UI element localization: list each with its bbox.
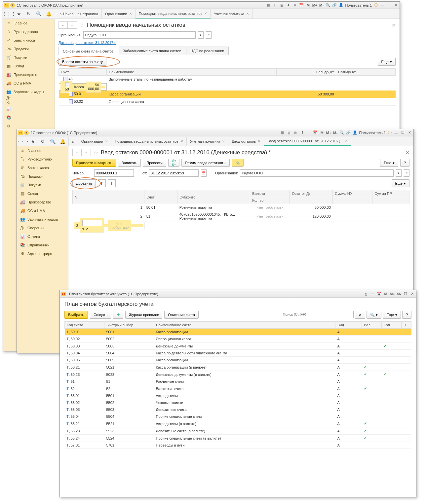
bell-icon[interactable]: 🔔: [45, 10, 53, 18]
sidebar-item-salary[interactable]: 👥Зарплата и кадры: [3, 88, 54, 96]
zoom-icon[interactable]: 🔍: [339, 130, 344, 135]
apps-icon[interactable]: ⋮⋮⋮: [19, 137, 27, 145]
table-row[interactable]: T 55.215521Аккредитивы (в валюте)А✓: [65, 420, 411, 427]
tab-assistant[interactable]: Помощник ввода начальных остатков✕: [136, 9, 211, 18]
subtab-main[interactable]: Основные счета плана счетов: [58, 47, 118, 55]
save-icon[interactable]: ⬇: [286, 3, 291, 8]
sidebar-item[interactable]: ⚙Администриро: [17, 249, 68, 258]
close-page-icon[interactable]: ✕: [392, 22, 396, 28]
table-row[interactable]: 46Выполненные этапы по незавершенным раб…: [59, 76, 396, 83]
table-row[interactable]: T 55.235523Депозитные счета (в валюте)А✓: [65, 427, 411, 435]
add-button[interactable]: Добавить: [72, 179, 96, 187]
tab-entry[interactable]: Ввод остатков✕: [228, 137, 264, 146]
history-icon[interactable]: ↻: [39, 137, 47, 145]
zoom-icon[interactable]: 🔍: [325, 3, 330, 8]
sidebar-item[interactable]: ДтОперации: [17, 224, 68, 232]
close-icon[interactable]: ✕: [407, 130, 412, 135]
sidebar-item[interactable]: 📊Отчеты: [17, 232, 68, 241]
link-icon[interactable]: 🔗: [346, 130, 351, 135]
search-icon[interactable]: 🔍: [49, 137, 57, 145]
table-row[interactable]: 50.02Операционная касса: [59, 98, 396, 106]
table-row[interactable]: T 55.245524Прочие специальные счета (в в…: [65, 435, 411, 442]
tab-org[interactable]: Организации✕: [102, 9, 136, 18]
sidebar-item-refs[interactable]: 📚: [3, 113, 54, 122]
dropdown-icon[interactable]: ▾: [396, 169, 402, 177]
tab-policy[interactable]: Учетная политика✕: [187, 137, 228, 146]
close-icon[interactable]: ✕: [409, 291, 415, 297]
link-icon[interactable]: 🔗: [332, 3, 337, 8]
journal-button[interactable]: Журнал проводок: [125, 311, 162, 319]
more-button[interactable]: Еще ▾: [383, 311, 401, 319]
mem-m-icon[interactable]: M: [319, 130, 325, 135]
col-dt[interactable]: Сальдо Дт: [277, 69, 336, 76]
mem-m-icon[interactable]: M: [305, 3, 311, 8]
forward-button[interactable]: →: [68, 21, 77, 29]
open-icon[interactable]: ↗: [404, 169, 409, 177]
sidebar-item-purchases[interactable]: 🛒Покупки: [3, 53, 54, 62]
table-row[interactable]: T 57.015701Переводы в путиА: [65, 442, 411, 449]
sidebar-item[interactable]: 🛒Покупки: [17, 181, 68, 189]
sidebar-item-main[interactable]: ≡Главное: [3, 19, 54, 27]
mem-m-icon[interactable]: M: [383, 291, 388, 297]
close-tab-icon[interactable]: ✕: [345, 139, 348, 143]
help-button[interactable]: ?: [400, 159, 409, 167]
mem-mplus-icon[interactable]: М+: [312, 3, 317, 8]
create-button[interactable]: Создать: [90, 311, 111, 319]
org-select[interactable]: Радуга ООО: [83, 31, 196, 39]
table-row[interactable]: 3 ▾ ↗<не требуется>: [73, 222, 144, 229]
grid-icon[interactable]: ▦: [266, 3, 271, 8]
table-row[interactable]: 50.01Касса организации50 000,00: [59, 90, 396, 98]
calendar-icon[interactable]: 📅: [299, 3, 304, 8]
move-up-button[interactable]: ⬆: [98, 179, 106, 187]
mem-mminus-icon[interactable]: М-: [319, 3, 324, 8]
print-icon[interactable]: ⎙: [363, 291, 369, 297]
col-account[interactable]: Счет: [59, 69, 107, 76]
table-row[interactable]: T 50.215021Касса организации (в валюте)А…: [65, 364, 411, 371]
date-link[interactable]: Дата ввода остатков: 31.12.2017 г.: [58, 41, 116, 45]
user-icon[interactable]: 👤: [338, 3, 344, 8]
col-currency[interactable]: Валюта: [250, 190, 290, 197]
sidebar-item-os[interactable]: 🚚ОС и НМА: [3, 79, 54, 88]
post-close-button[interactable]: Провести и закрыть: [72, 159, 116, 167]
select-button[interactable]: Выбрать: [64, 311, 88, 319]
calc-icon[interactable]: ⌗: [306, 130, 311, 135]
calc-icon[interactable]: ⌗: [292, 3, 297, 8]
dropdown-icon[interactable]: ▾: [198, 31, 204, 39]
col-quick[interactable]: Быстрый выбор: [104, 322, 154, 329]
minimize-icon[interactable]: —: [394, 130, 399, 135]
tab-org[interactable]: Организации✕: [78, 137, 112, 146]
dtkt-button[interactable]: ДтКт: [168, 159, 180, 167]
org-select[interactable]: Радуга ООО: [240, 169, 394, 177]
table-row[interactable]: T 5252Валютные счетаА✓: [65, 385, 411, 392]
sidebar-item-bank[interactable]: ₽Банк и касса: [3, 36, 54, 45]
more-button[interactable]: Еще ▾: [392, 179, 409, 187]
col-name[interactable]: Наименование: [107, 69, 277, 76]
info-icon[interactable]: ⓘ: [373, 3, 378, 8]
sidebar-item[interactable]: 👥Зарплата и кадры: [17, 215, 68, 224]
desc-button[interactable]: Описание счета: [164, 311, 199, 319]
col-subconto[interactable]: Субконто: [177, 190, 250, 204]
col-name[interactable]: Наименование счета: [154, 322, 335, 329]
move-down-button[interactable]: ⬇: [108, 179, 116, 187]
search-icon[interactable]: 🔍: [35, 10, 43, 18]
calendar-icon[interactable]: 📅: [376, 291, 382, 297]
mem-mplus-icon[interactable]: М+: [326, 130, 331, 135]
search-button[interactable]: 🔍 ▾: [367, 311, 381, 319]
table-row[interactable]: T 55.015501АккредитивыА: [65, 392, 411, 399]
history-icon[interactable]: ↻: [25, 10, 33, 18]
table-row[interactable]: T 5151Расчетные счетаА: [65, 378, 411, 385]
sidebar-item-reports[interactable]: 📊: [3, 105, 54, 113]
enter-balance-button[interactable]: Ввести остатки по счету: [58, 58, 106, 66]
col-pr[interactable]: Сумма ПР: [372, 190, 409, 197]
sidebar-item[interactable]: 📚Справочники: [17, 241, 68, 249]
maximize-icon[interactable]: ☐: [400, 130, 406, 135]
close-icon[interactable]: ✕: [393, 3, 398, 8]
table-row[interactable]: T 50.235023Денежные документы (в валюте)…: [65, 371, 411, 378]
table-row[interactable]: T 50.055005Касса организацииА: [65, 357, 411, 364]
tab-assistant[interactable]: Помощник ввода начальных остатков✕: [111, 137, 187, 146]
calendar-icon[interactable]: 📅: [201, 169, 207, 177]
close-tab-icon[interactable]: ✕: [246, 12, 249, 16]
close-page-icon[interactable]: ✕: [406, 150, 409, 155]
sidebar-item-ops[interactable]: ДтКт: [3, 96, 54, 105]
maximize-icon[interactable]: ☐: [386, 3, 392, 8]
